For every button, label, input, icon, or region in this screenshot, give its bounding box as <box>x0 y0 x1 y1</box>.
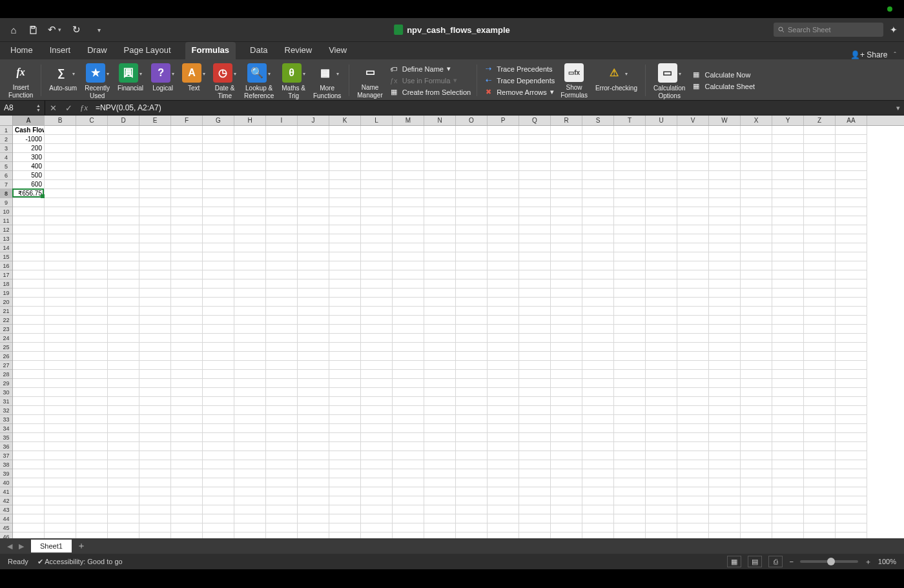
cell[interactable] <box>709 334 741 343</box>
cell[interactable] <box>45 180 76 189</box>
cell[interactable] <box>804 388 836 397</box>
tab-view[interactable]: View <box>326 42 349 59</box>
cell[interactable] <box>298 162 329 171</box>
cell[interactable] <box>741 424 772 433</box>
cell[interactable] <box>203 171 234 180</box>
cell[interactable] <box>171 442 203 451</box>
row-header[interactable]: 21 <box>0 307 12 316</box>
cell[interactable] <box>298 153 329 162</box>
cell[interactable] <box>266 352 298 361</box>
cell[interactable] <box>203 370 234 379</box>
cell[interactable] <box>804 279 836 289</box>
cell[interactable] <box>456 361 488 370</box>
cell[interactable] <box>171 352 203 361</box>
cell[interactable] <box>203 523 234 532</box>
cell[interactable] <box>203 532 234 538</box>
cell[interactable] <box>456 514 488 523</box>
cell[interactable] <box>614 397 646 406</box>
cell[interactable] <box>424 153 456 162</box>
cell[interactable] <box>329 325 361 334</box>
cell[interactable]: 400 <box>13 162 45 171</box>
cell[interactable] <box>393 289 424 298</box>
cell[interactable] <box>741 289 772 298</box>
cell[interactable] <box>836 216 867 225</box>
cell[interactable]: ₹656.75 <box>13 189 45 198</box>
cell[interactable] <box>424 343 456 352</box>
cell[interactable] <box>488 279 519 289</box>
cell[interactable] <box>709 406 741 415</box>
cell[interactable] <box>171 487 203 496</box>
cell[interactable] <box>361 135 393 144</box>
cell[interactable] <box>677 451 709 460</box>
cell[interactable] <box>551 451 582 460</box>
cell[interactable] <box>582 460 614 469</box>
cell[interactable] <box>582 189 614 198</box>
cell[interactable] <box>582 252 614 261</box>
cell[interactable] <box>329 469 361 478</box>
cell[interactable] <box>298 415 329 424</box>
cell[interactable] <box>646 316 677 325</box>
cell[interactable] <box>424 334 456 343</box>
cell[interactable] <box>488 207 519 216</box>
cell[interactable] <box>741 135 772 144</box>
cell[interactable] <box>171 532 203 538</box>
cell[interactable] <box>709 234 741 243</box>
cell[interactable] <box>108 207 139 216</box>
tab-formulas[interactable]: Formulas <box>185 42 236 59</box>
cell[interactable] <box>424 234 456 243</box>
cell[interactable] <box>45 153 76 162</box>
cell[interactable] <box>424 216 456 225</box>
cell[interactable] <box>677 216 709 225</box>
row-header[interactable]: 13 <box>0 234 12 243</box>
cell[interactable] <box>709 343 741 352</box>
cell[interactable] <box>203 261 234 270</box>
cell[interactable] <box>677 379 709 388</box>
cell[interactable] <box>171 469 203 478</box>
cell[interactable] <box>519 243 551 252</box>
cell[interactable] <box>361 532 393 538</box>
cell[interactable] <box>741 343 772 352</box>
cell[interactable] <box>139 343 171 352</box>
cell[interactable] <box>424 198 456 207</box>
row-header[interactable]: 2 <box>0 135 12 144</box>
cell[interactable] <box>171 505 203 514</box>
cell[interactable] <box>488 406 519 415</box>
redo-button[interactable]: ↻ <box>68 23 87 37</box>
cell[interactable] <box>772 325 804 334</box>
cell[interactable] <box>45 225 76 234</box>
cell[interactable] <box>456 270 488 279</box>
cell[interactable] <box>139 469 171 478</box>
cell[interactable] <box>772 505 804 514</box>
cell[interactable] <box>709 460 741 469</box>
cell[interactable] <box>329 424 361 433</box>
cell[interactable] <box>45 352 76 361</box>
cell[interactable] <box>234 523 266 532</box>
cell[interactable] <box>582 234 614 243</box>
cell[interactable] <box>488 243 519 252</box>
cell[interactable] <box>646 144 677 153</box>
cell[interactable] <box>519 216 551 225</box>
cell[interactable] <box>677 469 709 478</box>
cell[interactable] <box>836 334 867 343</box>
column-header[interactable]: R <box>551 116 582 125</box>
cell[interactable] <box>13 478 45 487</box>
cell[interactable] <box>171 397 203 406</box>
row-header[interactable]: 4 <box>0 153 12 162</box>
cell[interactable] <box>329 298 361 307</box>
cell[interactable] <box>519 225 551 234</box>
cell[interactable] <box>108 189 139 198</box>
cell[interactable] <box>298 343 329 352</box>
cell[interactable] <box>677 162 709 171</box>
cell[interactable] <box>456 298 488 307</box>
cell[interactable] <box>266 126 298 135</box>
cell[interactable] <box>139 424 171 433</box>
search-sheet-input[interactable]: Search Sheet <box>774 23 883 37</box>
cell[interactable] <box>551 478 582 487</box>
cell[interactable] <box>108 261 139 270</box>
cell[interactable] <box>76 478 108 487</box>
cell[interactable] <box>234 397 266 406</box>
cell[interactable] <box>45 424 76 433</box>
cell[interactable] <box>203 397 234 406</box>
cell[interactable] <box>266 171 298 180</box>
cell[interactable] <box>13 352 45 361</box>
